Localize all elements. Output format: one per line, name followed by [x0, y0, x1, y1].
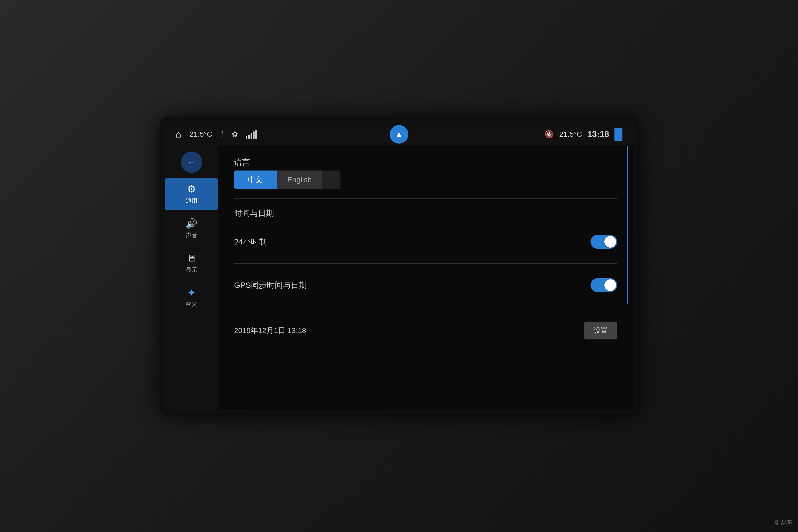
- scroll-indicator: [627, 146, 628, 410]
- current-datetime: 2019年12月1日 13:18: [234, 326, 306, 336]
- fan-icon: ✿: [232, 130, 238, 138]
- language-title: 语言: [234, 157, 617, 168]
- sidebar-item-bluetooth[interactable]: ✦ 蓝牙: [165, 282, 218, 314]
- date-row: 2019年12月1日 13:18 设置: [234, 316, 617, 345]
- signal-bars: [246, 130, 257, 139]
- sidebar-general-label: 通用: [186, 197, 197, 205]
- lang-chinese-label: 中文: [248, 175, 263, 185]
- sidebar-sound-label: 声音: [186, 231, 197, 240]
- status-right: 🔇 21.5°C 13:18: [474, 128, 623, 141]
- scroll-line: [627, 146, 628, 304]
- main-content: ← ⚙ 通用 🔊 声音 🖥 显示 ✦: [165, 146, 633, 410]
- sound-icon: 🔊: [185, 218, 197, 229]
- sidebar-item-display[interactable]: 🖥 显示: [165, 247, 218, 279]
- bluetooth-icon: ✦: [188, 287, 195, 299]
- language-selector: 中文 English: [234, 171, 341, 189]
- car-background: ⌂ 21.5°C ⤴ ✿ ▲: [0, 0, 798, 532]
- speaker-icon: 🔇: [545, 130, 554, 138]
- sidebar-item-general[interactable]: ⚙ 通用: [165, 178, 218, 210]
- set-datetime-button[interactable]: 设置: [584, 322, 617, 339]
- lang-english-label: English: [287, 175, 312, 184]
- sidebar-display-label: 显示: [186, 266, 197, 274]
- gps-row: GPS同步时间与日期: [234, 273, 617, 298]
- gear-icon: ⚙: [187, 184, 196, 195]
- language-section: 语言 中文 English: [234, 157, 617, 189]
- watermark: © 易车: [775, 519, 793, 527]
- time-date-title: 时间与日期: [234, 208, 617, 219]
- hour24-label: 24小时制: [234, 236, 267, 247]
- temp-left: 21.5°C: [189, 130, 212, 138]
- gps-label: GPS同步时间与日期: [234, 280, 307, 291]
- hour24-toggle[interactable]: [590, 235, 617, 249]
- sidebar-bluetooth-label: 蓝牙: [186, 301, 197, 308]
- divider-1: [234, 198, 617, 199]
- time-date-section: 时间与日期: [234, 208, 617, 222]
- navigation-button[interactable]: ▲: [390, 125, 408, 144]
- gps-toggle[interactable]: [590, 278, 617, 292]
- battery-icon: [614, 128, 623, 141]
- status-left: ⌂ 21.5°C ⤴ ✿: [175, 129, 324, 140]
- toggle-knob-gps: [604, 279, 616, 291]
- toggle-knob-hour24: [604, 236, 616, 248]
- sidebar: ← ⚙ 通用 🔊 声音 🖥 显示 ✦: [165, 146, 218, 410]
- home-icon[interactable]: ⌂: [175, 129, 182, 140]
- hour24-row: 24小时制: [234, 230, 617, 254]
- mute-indicator: 🔇: [545, 130, 554, 138]
- divider-2: [234, 263, 617, 264]
- back-arrow-icon: ←: [187, 157, 196, 168]
- infotainment-screen: ⌂ 21.5°C ⤴ ✿ ▲: [165, 122, 633, 410]
- temp-right: 21.5°C: [559, 130, 582, 138]
- route-icon: ⤴: [220, 130, 224, 138]
- nav-center: ▲: [324, 125, 474, 144]
- nav-arrow-icon: ▲: [395, 129, 403, 139]
- screen-bezel: ⌂ 21.5°C ⤴ ✿ ▲: [159, 117, 639, 415]
- sidebar-item-sound[interactable]: 🔊 声音: [165, 213, 218, 245]
- status-bar: ⌂ 21.5°C ⤴ ✿ ▲: [165, 122, 633, 146]
- divider-3: [234, 307, 617, 307]
- lang-english-button[interactable]: English: [277, 171, 322, 189]
- settings-panel: 语言 中文 English 时间与日期: [218, 146, 633, 410]
- lang-chinese-button[interactable]: 中文: [234, 171, 277, 189]
- back-button[interactable]: ←: [181, 152, 202, 173]
- clock-display: 13:18: [587, 129, 609, 139]
- display-icon: 🖥: [187, 253, 196, 264]
